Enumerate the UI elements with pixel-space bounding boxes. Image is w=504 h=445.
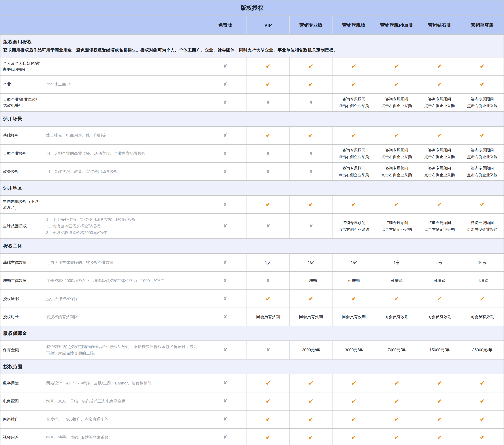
row-label: 授权证书 bbox=[0, 290, 42, 308]
value-cell: ✔ bbox=[461, 75, 504, 94]
consult-line-1: 咨询专属顾问 bbox=[419, 165, 460, 172]
value-cell: ✔ bbox=[332, 57, 375, 75]
value-cell: ✔ bbox=[332, 410, 375, 428]
value-cell: ✘ bbox=[247, 163, 289, 181]
cross-icon: ✘ bbox=[223, 435, 227, 440]
value-cell: ✔ bbox=[418, 126, 461, 144]
value-cell: ✔ bbox=[332, 195, 375, 213]
check-icon: ✔ bbox=[394, 63, 399, 70]
row-description: 抖音、快手、优酷、B站等网络视频 bbox=[42, 428, 204, 445]
consult-line-2: 点击右侧企业采购 bbox=[419, 154, 460, 160]
consult-line-1: 咨询专属顾问 bbox=[419, 96, 460, 102]
consult-line-2: 点击右侧企业采购 bbox=[333, 172, 374, 178]
value-cell: ✘ bbox=[204, 392, 247, 410]
consult-line-1: 咨询专属顾问 bbox=[376, 147, 417, 154]
cross-icon: ✘ bbox=[223, 314, 227, 319]
cross-icon: ✘ bbox=[223, 417, 227, 422]
value-cell: ✔ bbox=[375, 374, 418, 392]
check-icon: ✔ bbox=[437, 132, 442, 139]
cross-icon: ✘ bbox=[309, 151, 313, 156]
consult-line-2: 点击右侧企业采购 bbox=[333, 102, 374, 109]
value-cell: ✔ bbox=[375, 195, 418, 213]
consult-line-2: 点击右侧企业采购 bbox=[462, 172, 503, 178]
table-row: 大型企业/事业单位/党政机关/✘✘✘咨询专属顾问点击右侧企业采购咨询专属顾问点击… bbox=[0, 94, 504, 112]
consult-line-2: 点击右侧企业采购 bbox=[462, 154, 503, 160]
value-cell: 咨询专属顾问点击右侧企业采购 bbox=[375, 144, 418, 163]
value-cell: ✘ bbox=[204, 163, 247, 181]
value-cell: 咨询专属顾问点击右侧企业采购 bbox=[461, 144, 504, 163]
value-cell: ✘ bbox=[204, 410, 247, 428]
cross-icon: ✘ bbox=[223, 151, 227, 156]
value-cell: ✔ bbox=[247, 428, 289, 445]
check-icon: ✔ bbox=[437, 201, 442, 208]
consult-line-1: 咨询专属顾问 bbox=[462, 165, 503, 172]
cross-icon: ✘ bbox=[266, 347, 270, 352]
value-cell: 咨询专属顾问点击右侧企业采购 bbox=[332, 144, 375, 163]
check-icon: ✔ bbox=[351, 201, 356, 208]
section-title: 适用场景 bbox=[3, 116, 501, 122]
column-header: 营销旗舰Plus版 bbox=[375, 16, 418, 35]
cross-icon: ✘ bbox=[223, 202, 227, 207]
check-icon: ✔ bbox=[351, 380, 356, 387]
table-row: 基础授权线上曝光、电商用途、线下印刷等✘✔✔✔✔✔✔ bbox=[0, 126, 504, 144]
consult-line-1: 咨询专属顾问 bbox=[333, 147, 374, 154]
check-icon: ✔ bbox=[266, 201, 271, 208]
value-text: 2000元/年 bbox=[302, 348, 320, 352]
check-icon: ✔ bbox=[480, 434, 485, 441]
value-cell: 1家 bbox=[375, 253, 418, 271]
value-cell: ✘ bbox=[247, 213, 289, 239]
section-band: 适用场景 bbox=[0, 112, 504, 126]
row-label: 大型企业/事业单位/党政机关/ bbox=[0, 94, 42, 112]
check-icon: ✔ bbox=[351, 434, 356, 441]
table-row: 授权时长被授权的有效期限✘同会员有效期同会员有效期同会员有效期同会员有效期同会员… bbox=[0, 308, 504, 326]
check-icon: ✔ bbox=[437, 434, 442, 441]
cross-icon: ✘ bbox=[266, 223, 270, 229]
value-cell: ✔ bbox=[461, 290, 504, 308]
table-row: 大型企业授权用于大型企业的商业传播、活动宣传、企业内宣场景授权✘✘✘咨询专属顾问… bbox=[0, 144, 504, 163]
value-text: 可增购 bbox=[391, 278, 403, 283]
section-title: 授权范围 bbox=[3, 364, 501, 370]
table-row: 视频用途抖音、快手、优酷、B站等网络视频✘✔✔✔✔✔✔ bbox=[0, 428, 504, 445]
table-row: 授权证书提供法律维权保障✘✔✔✔✔✔✔ bbox=[0, 290, 504, 308]
section-title: 版权商用授权 bbox=[3, 39, 501, 45]
value-cell: 咨询专属顾问点击右侧企业采购 bbox=[375, 94, 418, 112]
check-icon: ✔ bbox=[394, 295, 399, 302]
row-description: 提供法律维权保障 bbox=[42, 290, 204, 308]
section-band: 授权范围 bbox=[0, 359, 504, 374]
table-row: 网络推广百度推广、360推广、淘宝直通车等✘✔✔✔✔✔✔ bbox=[0, 410, 504, 428]
value-cell: ✔ bbox=[247, 195, 289, 213]
value-cell: 咨询专属顾问点击右侧企业采购 bbox=[418, 144, 461, 163]
value-cell: ✘ bbox=[247, 341, 289, 359]
corner-cell-desc bbox=[42, 16, 204, 35]
cross-icon: ✘ bbox=[309, 100, 313, 105]
value-cell: ✔ bbox=[332, 374, 375, 392]
value-cell: ✘ bbox=[204, 94, 247, 112]
column-header: 营销至尊版 bbox=[461, 16, 504, 35]
value-text: 1家 bbox=[308, 260, 314, 265]
value-cell: ✔ bbox=[289, 290, 332, 308]
value-cell: 咨询专属顾问点击右侧企业采购 bbox=[461, 213, 504, 239]
value-cell: 35000元/年 bbox=[461, 341, 504, 359]
value-cell: 1人 bbox=[247, 253, 289, 271]
check-icon: ✔ bbox=[351, 398, 356, 405]
value-cell: ✔ bbox=[332, 75, 375, 94]
value-cell: 同会员有效期 bbox=[461, 308, 504, 326]
section-title: 授权主体 bbox=[3, 243, 501, 249]
table-row: 政务授权用于党政学习、教育、宣传使用场景授权✘✘✘咨询专属顾问点击右侧企业采购咨… bbox=[0, 163, 504, 181]
table-row: 增购主体数量注册资本<2000万的企业，增购基础授权主体价格为：1000元/个/… bbox=[0, 271, 504, 290]
value-cell: ✔ bbox=[289, 126, 332, 144]
value-cell: ✔ bbox=[461, 126, 504, 144]
value-cell: ✘ bbox=[289, 94, 332, 112]
value-cell: ✘ bbox=[204, 57, 247, 75]
row-description bbox=[42, 94, 204, 112]
section-title: 适用地区 bbox=[3, 185, 501, 191]
corner-cell-label bbox=[0, 16, 42, 35]
consult-line-2: 点击右侧企业采购 bbox=[419, 102, 460, 109]
column-header: 免费版 bbox=[204, 16, 247, 35]
row-description: 网站设计、APP、小程序、皮肤/主题、Banner、装修模板等 bbox=[42, 374, 204, 392]
value-cell: 可增购 bbox=[375, 271, 418, 290]
row-label: 保障金额 bbox=[0, 341, 42, 359]
page: { "title": "版权授权", "columns": ["免费版", "V… bbox=[0, 0, 504, 445]
consult-line-1: 咨询专属顾问 bbox=[419, 219, 460, 226]
row-label: 中国内地授权（不含港澳台） bbox=[0, 195, 42, 213]
